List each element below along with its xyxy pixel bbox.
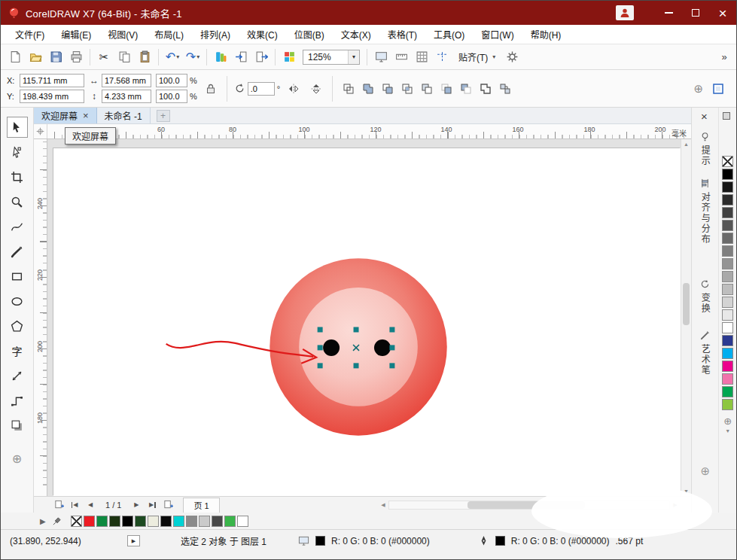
full-screen-preview-button[interactable]	[371, 47, 391, 67]
combine-button[interactable]	[340, 80, 358, 98]
palette-swatch[interactable]	[722, 399, 733, 410]
doc-palette-swatch[interactable]	[173, 516, 184, 527]
menu-window[interactable]: 窗口(W)	[473, 25, 522, 44]
customize-dockers-button[interactable]: ⊕	[700, 464, 710, 478]
palette-swatch[interactable]	[722, 181, 733, 193]
canvas-area[interactable]	[47, 139, 681, 496]
button-hole-right[interactable]	[374, 339, 391, 356]
palette-swatch[interactable]	[722, 271, 733, 282]
doc-palette-flyout-icon[interactable]: ▶	[40, 517, 46, 525]
menu-tools[interactable]: 工具(O)	[425, 25, 473, 44]
next-page-button[interactable]: ▶	[129, 498, 143, 512]
eyedropper-icon[interactable]	[52, 516, 62, 526]
button-inner-circle[interactable]	[299, 288, 418, 406]
palette-swatch[interactable]	[722, 245, 733, 257]
horizontal-scrollbar-thumb[interactable]	[467, 501, 585, 509]
menu-effects[interactable]: 效果(C)	[239, 25, 286, 44]
lock-ratio-button[interactable]	[202, 80, 220, 98]
group-button[interactable]	[496, 80, 514, 98]
doc-palette-swatch[interactable]	[109, 516, 120, 527]
close-docker-icon[interactable]: ×	[701, 111, 708, 122]
palette-swatch[interactable]	[722, 169, 733, 180]
menu-arrange[interactable]: 排列(A)	[192, 25, 239, 44]
doc-palette-swatch[interactable]	[186, 516, 197, 527]
mirror-horizontal-button[interactable]	[285, 80, 303, 98]
show-guidelines-button[interactable]	[432, 47, 452, 67]
parallel-dimension-tool[interactable]	[7, 365, 28, 386]
menu-edit[interactable]: 编辑(E)	[53, 25, 99, 44]
palette-swatch[interactable]	[722, 194, 733, 205]
menu-text[interactable]: 文本(X)	[333, 25, 379, 44]
scroll-right-icon[interactable]: ▶	[670, 502, 681, 508]
crop-tool[interactable]	[7, 166, 28, 187]
print-button[interactable]	[66, 47, 86, 67]
doc-palette-swatch[interactable]	[160, 516, 172, 527]
close-button[interactable]: ×	[709, 1, 736, 25]
show-rulers-button[interactable]	[391, 47, 411, 67]
horizontal-scrollbar-track[interactable]	[388, 501, 670, 510]
menu-view[interactable]: 视图(V)	[99, 25, 146, 44]
palette-swatch[interactable]	[722, 207, 733, 218]
vertical-scrollbar-thumb[interactable]	[683, 283, 690, 325]
simplify-button[interactable]	[418, 80, 436, 98]
trim-button[interactable]	[379, 80, 397, 98]
menu-layout[interactable]: 布局(L)	[146, 25, 192, 44]
zoom-level-select[interactable]: 125% ▾	[303, 50, 360, 65]
scale-height-input[interactable]	[156, 90, 187, 103]
palette-swatch[interactable]	[722, 284, 733, 295]
status-flyout-button[interactable]: ▶	[127, 535, 140, 546]
copy-button[interactable]	[114, 47, 134, 67]
artistic-media-tool[interactable]	[7, 241, 28, 262]
front-minus-back-button[interactable]	[437, 80, 455, 98]
palette-swatch[interactable]	[722, 297, 733, 308]
customize-toolbox-button[interactable]: ⊕	[12, 452, 22, 466]
mirror-vertical-button[interactable]	[307, 80, 325, 98]
doc-palette-swatch[interactable]	[199, 516, 210, 527]
doc-palette-swatch[interactable]	[135, 516, 146, 527]
toolbar-overflow-button[interactable]: »	[717, 48, 732, 66]
add-page-button[interactable]	[52, 498, 65, 512]
intersect-button[interactable]	[398, 80, 416, 98]
vertical-ruler[interactable]: 240 220 200 180	[34, 139, 47, 496]
docker-tab-align-distribute[interactable]: 对齐与分布	[699, 178, 711, 245]
doc-palette-swatch[interactable]	[122, 516, 133, 527]
export-button[interactable]	[251, 47, 271, 67]
first-page-button[interactable]: ◀	[68, 498, 81, 512]
options-button[interactable]	[502, 47, 522, 67]
scale-width-input[interactable]	[156, 74, 187, 87]
fill-color-swatch[interactable]	[315, 536, 325, 546]
menu-file[interactable]: 文件(F)	[7, 25, 53, 44]
palette-swatch[interactable]	[722, 322, 733, 333]
menu-help[interactable]: 帮助(H)	[522, 25, 570, 44]
docker-options-icon[interactable]	[723, 112, 730, 120]
text-tool[interactable]: 字	[7, 340, 28, 361]
palette-swatch-none[interactable]	[722, 156, 733, 167]
doc-palette-swatch[interactable]	[212, 516, 223, 527]
palette-swatch[interactable]	[722, 386, 733, 397]
add-page-button-end[interactable]	[161, 498, 175, 512]
weld-button[interactable]	[359, 80, 377, 98]
tab-untitled-1[interactable]: 未命名 -1	[97, 108, 151, 123]
shape-tool[interactable]	[7, 142, 28, 163]
import-button[interactable]	[231, 47, 251, 67]
previous-page-button[interactable]: ◀	[84, 498, 97, 512]
vertical-scrollbar[interactable]: ▲ ▼	[681, 139, 691, 496]
horizontal-ruler[interactable]: 60 80 100 120 140 160 180 200 毫米	[47, 124, 691, 138]
button-hole-left[interactable]	[323, 339, 340, 356]
redo-button[interactable]: ↷▾	[183, 47, 203, 67]
palette-swatch[interactable]	[722, 335, 733, 346]
palette-swatch[interactable]	[722, 348, 733, 359]
outline-pen-icon[interactable]	[478, 535, 489, 546]
straight-line-connector-tool[interactable]	[7, 390, 28, 411]
account-icon[interactable]	[616, 5, 634, 20]
docker-tab-transform[interactable]: 变换	[699, 279, 711, 314]
docker-tab-artistic-media[interactable]: 艺术笔	[699, 330, 711, 376]
palette-swatch[interactable]	[722, 233, 733, 244]
object-width-input[interactable]	[102, 74, 151, 87]
doc-palette-swatch[interactable]	[96, 516, 108, 527]
ellipse-tool[interactable]	[7, 291, 28, 312]
y-position-input[interactable]	[20, 90, 84, 103]
snap-to-dropdown[interactable]: 贴齐(T) ▾	[452, 49, 501, 65]
maximize-button[interactable]	[682, 1, 709, 25]
rotation-angle-input[interactable]	[248, 82, 275, 96]
